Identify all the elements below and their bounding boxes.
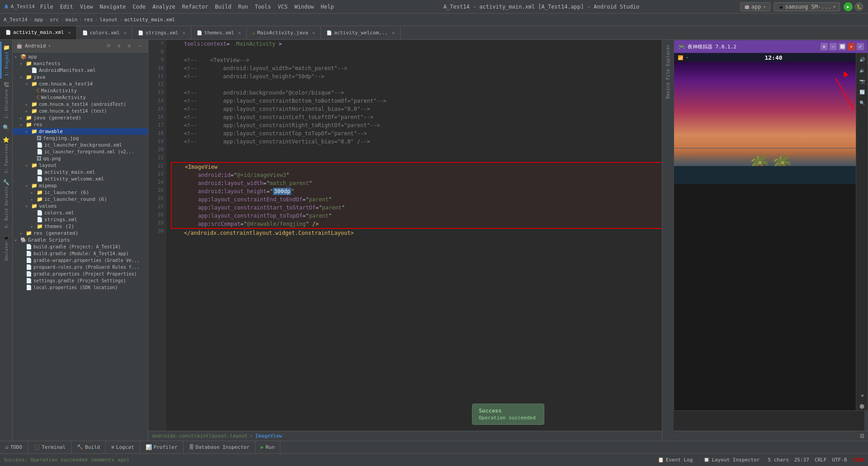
tree-item-local-props[interactable]: 📄 local.properties (SDK location) xyxy=(13,284,148,291)
sidebar-item-project[interactable]: 📁 1: Project xyxy=(0,42,12,79)
close-tab-strings-icon[interactable]: ✕ xyxy=(183,30,185,35)
device-file-explorer-tab[interactable]: Device File Explorer xyxy=(665,42,671,101)
menu-help[interactable]: Help xyxy=(321,4,334,10)
tree-item-activity-welcome[interactable]: 📄 activity_welcome.xml xyxy=(13,176,148,182)
nox-expand-btn[interactable]: ⤢ xyxy=(857,43,864,50)
tab-terminal[interactable]: ⬛ Terminal xyxy=(28,441,71,453)
tab-run[interactable]: ▶ Run xyxy=(255,441,281,453)
sidebar-item-emulator[interactable]: 📱 Emulator xyxy=(0,231,12,263)
tree-item-java[interactable]: ▾ 📁 java xyxy=(13,74,148,81)
tree-item-res[interactable]: ▾ 📁 res xyxy=(13,121,148,128)
tab-colors[interactable]: 📄 colors.xml ✕ xyxy=(77,26,132,39)
tree-item-values[interactable]: ▾ 📁 values xyxy=(13,203,148,209)
tab-activity-main[interactable]: 📄 activity_main.xml ✕ xyxy=(0,26,77,39)
menu-vcs[interactable]: VCS xyxy=(278,4,288,10)
tree-item-manifest-xml[interactable]: 📄 AndroidManifest.xml xyxy=(13,67,148,74)
emulator-screenshot[interactable]: 📷 xyxy=(858,76,867,86)
emulator-volume-up[interactable]: 🔊 xyxy=(858,55,867,64)
close-tab-colors-icon[interactable]: ✕ xyxy=(124,30,127,35)
tree-item-build-gradle-mod[interactable]: 📄 build.gradle (Module: A_Test14.app) xyxy=(13,250,148,257)
gear-icon[interactable]: ⚙ xyxy=(114,42,123,51)
menu-edit[interactable]: Edit xyxy=(60,4,73,10)
nox-settings-btn[interactable]: ⚙ xyxy=(821,43,828,50)
nox-minimize-btn[interactable]: − xyxy=(830,43,837,50)
settings-icon[interactable]: ≡ xyxy=(125,42,134,51)
bc-file[interactable]: activity_main.xml xyxy=(124,17,175,23)
emulator-volume-down[interactable]: 🔉 xyxy=(858,66,867,75)
bc-layout[interactable]: layout xyxy=(99,17,118,23)
nox-close-btn[interactable]: ✕ xyxy=(848,43,855,50)
tab-themes[interactable]: 📄 themes.xml ✕ xyxy=(191,26,247,39)
tree-item-mipmap[interactable]: ▾ 📁 mipmap xyxy=(13,182,148,189)
tree-item-colors[interactable]: 📄 colors.xml xyxy=(13,209,148,216)
menu-file[interactable]: File xyxy=(40,4,53,10)
tree-item-ic-bg[interactable]: 📄 ic_launcher_background.xml xyxy=(13,142,148,148)
tree-item-mainactivity[interactable]: C MainActivity xyxy=(13,87,148,94)
tab-todo[interactable]: ☑ TODO xyxy=(0,441,28,453)
tree-item-welcomeactivity[interactable]: C WelcomeActivity xyxy=(13,94,148,101)
tree-item-gradle-props[interactable]: 📄 gradle.properties (Project Properties) xyxy=(13,271,148,277)
app-module-selector[interactable]: 🤖 app ▾ xyxy=(740,2,770,11)
tree-item-strings[interactable]: 📄 strings.xml xyxy=(13,216,148,223)
run-button[interactable]: ▶ xyxy=(844,2,853,11)
tab-strings[interactable]: 📄 strings.xml ✕ xyxy=(132,26,191,39)
menu-navigate[interactable]: Navigate xyxy=(100,4,126,10)
minimize-icon[interactable]: − xyxy=(135,42,144,51)
emulator-back-btn[interactable]: ◀ xyxy=(858,390,867,399)
sidebar-item-find[interactable]: 🔍 xyxy=(0,122,12,133)
menu-refactor[interactable]: Refactor xyxy=(182,4,208,10)
tree-item-themes[interactable]: ▸ 📁 themes (2) xyxy=(13,223,148,230)
tab-database-inspector[interactable]: 🗄 Database Inspector xyxy=(184,441,255,453)
tree-item-app[interactable]: ▾ 📦 app xyxy=(13,53,148,60)
tree-item-ic-fg[interactable]: 📄 ic_launcher_foreground.xml (v2... xyxy=(13,148,148,155)
tree-item-res-gen[interactable]: ▸ 📁 res (generated) xyxy=(13,230,148,237)
menu-analyze[interactable]: Analyze xyxy=(152,4,175,10)
tree-item-manifests[interactable]: ▾ 📁 manifests xyxy=(13,60,148,67)
tab-welcome[interactable]: 📄 activity_welcom... ✕ xyxy=(321,26,401,39)
tree-item-test[interactable]: ▸ 📁 com.hnucm.a_test14 (test) xyxy=(13,108,148,114)
nox-resize-btn[interactable]: ⬜ xyxy=(839,43,846,50)
sidebar-item-variants[interactable]: 🔧 6: Build Variants xyxy=(0,176,12,231)
tree-item-ic-launcher-round[interactable]: ▸ 📁 ic_launcher_round (6) xyxy=(13,196,148,203)
tree-item-layout[interactable]: ▾ 📁 layout xyxy=(13,162,148,169)
device-selector[interactable]: 📱 samsung SM-... ▾ xyxy=(774,2,840,11)
close-tab-themes-icon[interactable]: ✕ xyxy=(238,30,241,35)
menu-code[interactable]: Code xyxy=(132,4,146,10)
tab-mainactivity[interactable]: ☕ MainActivity.java ✕ xyxy=(247,26,321,39)
tree-item-java-gen[interactable]: ▸ 📁 java (generated) xyxy=(13,114,148,121)
close-tab-welcome-icon[interactable]: ✕ xyxy=(392,30,395,35)
menu-build[interactable]: Build xyxy=(215,4,231,10)
bc-main[interactable]: main xyxy=(66,17,78,23)
tree-item-pkg[interactable]: ▾ 📁 com.hnucm.a_test14 xyxy=(13,81,148,87)
close-tab-icon[interactable]: ✕ xyxy=(68,30,71,35)
menu-view[interactable]: View xyxy=(80,4,93,10)
tree-item-fengjing[interactable]: 🖼 fengjing.jpg xyxy=(13,135,148,142)
tree-item-proguard[interactable]: 📄 proguard-rules.pro (ProGuard Rules f..… xyxy=(13,264,148,271)
tree-item-activity-main[interactable]: 📄 activity_main.xml xyxy=(13,169,148,176)
bc-src[interactable]: src xyxy=(50,17,59,23)
tree-item-android-test[interactable]: ▸ 📁 com.hnucm.a_test14 (androidTest) xyxy=(13,101,148,108)
emulator-zoom[interactable]: 🔍 xyxy=(858,98,867,107)
tree-item-drawable[interactable]: ▾ 📁 drawable xyxy=(13,128,148,135)
tree-item-settings-gradle[interactable]: 📄 settings.gradle (Project Settings) xyxy=(13,277,148,284)
debug-button[interactable]: 🐛 xyxy=(854,2,863,11)
sidebar-item-structure[interactable]: 🏗 2: Structure xyxy=(0,79,12,121)
panel-title-chevron[interactable]: ▾ xyxy=(48,43,51,49)
tree-item-gradle-wrapper[interactable]: 📄 gradle-wrapper.properties (Gradle Ve..… xyxy=(13,257,148,264)
sidebar-item-favorites[interactable]: ⭐ 5: Favorites xyxy=(0,134,12,176)
tree-item-build-gradle-proj[interactable]: 📄 build.gradle (Project: A_Test14) xyxy=(13,243,148,250)
tree-item-gradle[interactable]: ▾ 🐘 Gradle Scripts xyxy=(13,237,148,243)
bc-project[interactable]: A_Test14 xyxy=(4,17,28,23)
bc-app[interactable]: app xyxy=(34,17,43,23)
tab-logcat[interactable]: ≡ Logcat xyxy=(106,441,140,453)
menu-tools[interactable]: Tools xyxy=(255,4,271,10)
tree-item-ic-launcher[interactable]: ▸ 📁 ic_launcher (6) xyxy=(13,189,148,196)
emulator-home-btn[interactable]: ⬤ xyxy=(858,401,867,410)
emulator-rotate[interactable]: 🔄 xyxy=(858,87,867,96)
charset-indicator[interactable]: UTF-8 xyxy=(832,457,847,463)
bc-res[interactable]: res xyxy=(84,17,93,23)
close-tab-main-icon[interactable]: ✕ xyxy=(312,30,315,35)
sync-icon[interactable]: ⟳ xyxy=(104,42,113,51)
crlf-indicator[interactable]: CRLF xyxy=(815,457,827,463)
menu-run[interactable]: Run xyxy=(238,4,248,10)
